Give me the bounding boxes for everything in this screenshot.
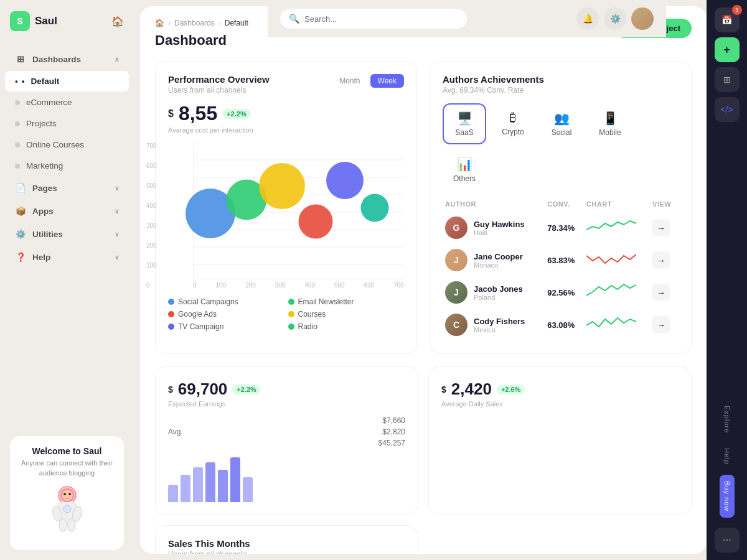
table-row: C Cody Fishers Mexico 63.08%: [443, 309, 679, 341]
sidebar-footer: Welcome to Saul Anyone can connect with …: [0, 426, 134, 560]
search-icon: 🔍: [289, 14, 299, 24]
notifications-button[interactable]: 🔔: [576, 7, 599, 30]
search-box[interactable]: 🔍: [280, 9, 467, 29]
pages-icon: 📄: [15, 182, 26, 194]
legend-dot-email: [288, 299, 294, 305]
help-icon: ❓: [15, 251, 26, 263]
conv-rate-2: 63.83%: [547, 256, 575, 265]
chart-legend: Social Campaigns Email Newsletter Google…: [168, 297, 404, 331]
view-button-1[interactable]: →: [652, 219, 670, 236]
tab-week[interactable]: Week: [370, 74, 404, 88]
sparkline-4: [586, 314, 636, 333]
authors-category-tabs: 🖥️ SaaS ₿ Crypto 👥 Social 📱: [443, 103, 679, 190]
performance-card-header: Performance Overview Users from all chan…: [168, 74, 404, 95]
svg-point-7: [63, 493, 66, 495]
x-axis: 0 100 200 300 400 500 600 700: [193, 279, 404, 289]
dashboards-label: Dashboards: [32, 55, 108, 64]
sidebar-item-dashboards[interactable]: ⊞ Dashboards ∧: [5, 48, 129, 70]
help-label: Help: [32, 253, 108, 262]
social-icon: 👥: [554, 111, 570, 126]
search-input[interactable]: [304, 14, 458, 24]
col-author: AUTHOR: [443, 197, 545, 212]
author-country-1: Haiti: [474, 229, 525, 236]
sidebar-item-default[interactable]: • Default: [5, 71, 129, 91]
sidebar-item-pages[interactable]: 📄 Pages ∨: [5, 177, 129, 199]
add-button[interactable]: +: [715, 37, 740, 62]
view-button-4[interactable]: →: [652, 316, 670, 334]
bubble-3: [259, 163, 305, 209]
sparkline-1: [586, 217, 636, 236]
sparkline-2: [586, 250, 636, 268]
legend-item-social: Social Campaigns: [168, 297, 284, 306]
main-inner: 🏠 › Dashboards › Default Dashboard Creat…: [140, 6, 707, 554]
author-avatar-3: J: [445, 281, 467, 304]
sidebar-toggle-button[interactable]: 🏠: [111, 16, 124, 27]
sidebar-item-utilities[interactable]: ⚙️ Utilities ∨: [5, 223, 129, 245]
sidebar-item-online-courses[interactable]: Online Courses: [5, 134, 129, 155]
author-info-1: G Guy Hawkins Haiti: [445, 217, 542, 239]
sidebar-item-ecommerce[interactable]: eCommerce: [5, 92, 129, 113]
apps-icon: 📦: [15, 205, 26, 217]
code-button[interactable]: </>: [715, 97, 740, 122]
apps-label: Apps: [32, 207, 108, 216]
saas-label: SaaS: [455, 128, 473, 137]
user-avatar[interactable]: [631, 7, 654, 30]
sidebar-item-apps[interactable]: 📦 Apps ∨: [5, 200, 129, 222]
breadcrumb-dashboards[interactable]: Dashboards: [174, 19, 215, 27]
bar-5: [218, 470, 228, 502]
bubble-chart-wrapper: 700 600 500 400 300 200 100 0: [168, 142, 404, 289]
bar-4: [205, 462, 215, 502]
sidebar-item-marketing[interactable]: Marketing: [5, 156, 129, 176]
tab-month[interactable]: Month: [332, 74, 367, 88]
marketing-label: Marketing: [26, 161, 119, 170]
others-label: Others: [453, 174, 476, 183]
author-name-3: Jacob Jones: [474, 284, 523, 294]
author-avatar-1: G: [445, 217, 467, 239]
sidebar-item-help[interactable]: ❓ Help ∨: [5, 246, 129, 268]
marketing-dot-icon: [15, 164, 20, 169]
tab-saas[interactable]: 🖥️ SaaS: [443, 103, 486, 144]
earnings-card: $ 69,700 +2.2% Expected Earnings $7,660: [155, 366, 418, 515]
projects-dot-icon: [15, 121, 20, 126]
topbar: 🔍 🔔 ⚙️: [268, 0, 666, 37]
mobile-icon: 📱: [603, 111, 618, 126]
grid-button[interactable]: ⊞: [715, 67, 740, 92]
more-button[interactable]: ⋯: [715, 528, 740, 553]
legend-item-radio: Radio: [288, 322, 405, 331]
performance-badge: +2.2%: [222, 109, 251, 119]
tab-crypto[interactable]: ₿ Crypto: [491, 103, 535, 144]
pages-arrow-icon: ∨: [115, 185, 119, 192]
tab-others[interactable]: 📊 Others: [443, 149, 486, 190]
authors-table: AUTHOR CONV. CHART VIEW G: [443, 197, 679, 341]
sales-month-title: Sales This Months: [168, 538, 405, 549]
view-button-3[interactable]: →: [652, 284, 670, 301]
authors-achievements-card: Authors Achievements Avg. 69.34% Conv. R…: [430, 61, 692, 354]
sidebar-header: S Saul 🏠: [0, 0, 134, 42]
bar-6: [230, 457, 240, 502]
sidebar-nav: ⊞ Dashboards ∧ • Default eCommerce Proje…: [0, 42, 134, 426]
ecommerce-label: eCommerce: [26, 98, 119, 107]
app-name: Saul: [35, 15, 57, 27]
ecommerce-dot-icon: [15, 100, 20, 105]
sidebar-item-projects[interactable]: Projects: [5, 113, 129, 134]
daily-sales-label: Average Daily Sales: [441, 400, 679, 408]
daily-sales-badge: +2.6%: [497, 385, 525, 394]
author-name-4: Cody Fishers: [474, 317, 525, 326]
svg-point-5: [59, 519, 67, 531]
legend-dot-tv: [168, 324, 174, 330]
bar-2: [181, 475, 190, 502]
active-dot-icon: •: [22, 77, 25, 86]
tab-social[interactable]: 👥 Social: [540, 103, 583, 144]
utilities-arrow-icon: ∨: [115, 231, 119, 238]
conv-rate-3: 92.56%: [547, 288, 575, 297]
legend-item-courses: Courses: [288, 310, 405, 319]
performance-title: Performance Overview: [168, 74, 270, 85]
author-country-4: Mexico: [474, 326, 525, 334]
settings-button[interactable]: ⚙️: [604, 7, 626, 30]
astronaut-illustration: [42, 483, 92, 533]
tab-mobile[interactable]: 📱 Mobile: [588, 103, 632, 144]
buy-now-button[interactable]: Buy now: [720, 475, 735, 518]
pages-label: Pages: [32, 184, 108, 193]
author-name-2: Jane Cooper: [474, 252, 523, 261]
view-button-2[interactable]: →: [652, 251, 670, 269]
